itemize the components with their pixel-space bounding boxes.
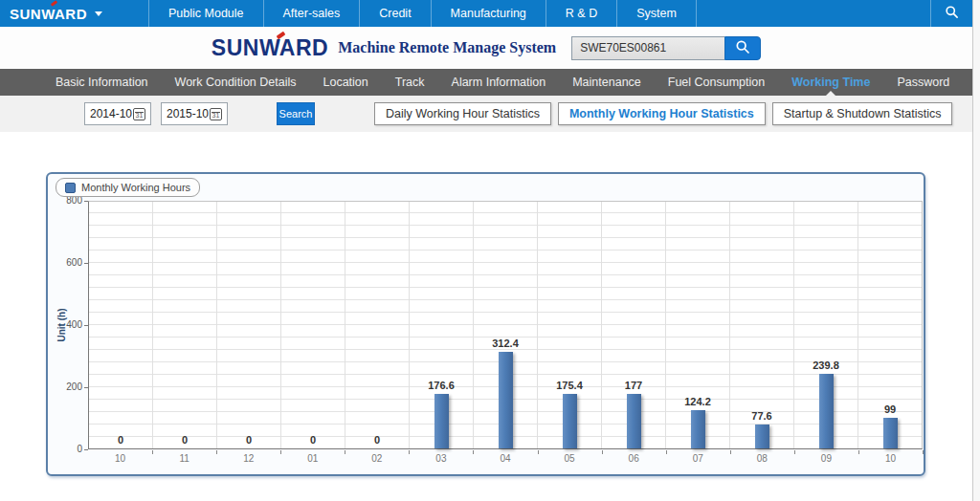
tab-password[interactable]: Password bbox=[883, 69, 963, 96]
legend-swatch bbox=[65, 183, 76, 193]
x-tick-label: 04 bbox=[473, 453, 537, 464]
bar-column-2: 0 bbox=[153, 202, 217, 448]
bar-value-label: 0 bbox=[281, 434, 345, 446]
nav-item-after-sales[interactable]: After-sales bbox=[263, 0, 360, 27]
y-tick-label: 0 bbox=[50, 444, 82, 454]
bar-column-8: 175.4 bbox=[538, 202, 602, 448]
filter-toolbar: 2014-10 2015-10 Search Daily Working Hou… bbox=[0, 96, 972, 132]
bar bbox=[499, 352, 513, 449]
machine-search-group bbox=[571, 36, 761, 60]
bar-column-5: 0 bbox=[345, 202, 410, 448]
x-tick-label: 07 bbox=[666, 453, 730, 464]
nav-item-system[interactable]: System bbox=[616, 0, 697, 27]
tab-location[interactable]: Location bbox=[309, 69, 381, 96]
machine-search-input[interactable] bbox=[571, 36, 724, 60]
nav-item-r-d[interactable]: R & D bbox=[546, 0, 616, 27]
header-search-button[interactable] bbox=[724, 36, 761, 60]
brand-logo[interactable]: SUNWARD bbox=[0, 0, 112, 27]
x-tick-label: 06 bbox=[602, 453, 666, 464]
bar-column-6: 176.6 bbox=[410, 202, 474, 448]
bar-value-label: 239.8 bbox=[794, 359, 858, 371]
x-tick-label: 03 bbox=[409, 453, 473, 464]
app-title: Machine Remote Manage System bbox=[338, 39, 556, 56]
bar-column-3: 0 bbox=[217, 202, 281, 448]
x-tick-label: 10 bbox=[858, 453, 923, 464]
y-tick-label: 200 bbox=[50, 381, 82, 392]
tab-track[interactable]: Track bbox=[382, 69, 438, 96]
tab-alarm-information[interactable]: Alarm Information bbox=[438, 69, 560, 96]
calendar-icon[interactable] bbox=[210, 108, 222, 120]
page: SUNWARD Public ModuleAfter-salesCreditMa… bbox=[0, 0, 980, 501]
bar-value-label: 0 bbox=[89, 434, 152, 446]
startup-shutdown-statistics-button[interactable]: Startup & Shutdown Statistics bbox=[772, 102, 953, 125]
x-tick-label: 12 bbox=[216, 453, 280, 464]
bar-column-4: 0 bbox=[281, 202, 345, 448]
bar-column-10: 124.2 bbox=[666, 202, 730, 448]
nav-item-credit[interactable]: Credit bbox=[359, 0, 430, 27]
bar-column-12: 239.8 bbox=[794, 202, 858, 448]
search-icon bbox=[945, 5, 959, 23]
calendar-icon[interactable] bbox=[133, 108, 145, 120]
top-navbar: SUNWARD Public ModuleAfter-salesCreditMa… bbox=[0, 0, 972, 27]
search-button[interactable]: Search bbox=[277, 102, 315, 125]
daily-working-hour-statistics-button[interactable]: Daily Working Hour Statistics bbox=[374, 102, 551, 125]
y-tick-label: 600 bbox=[50, 257, 82, 268]
header-brand-text: SUNWARD bbox=[212, 35, 328, 60]
x-tick-label: 01 bbox=[280, 453, 345, 464]
tab-working-time[interactable]: Working Time bbox=[778, 69, 883, 96]
date-from-value: 2014-10 bbox=[90, 107, 132, 120]
tab-work-condition-details[interactable]: Work Condition Details bbox=[162, 69, 310, 96]
nav-item-manufacturing[interactable]: Manufacturing bbox=[431, 0, 546, 27]
y-tick-mark bbox=[84, 449, 88, 450]
date-from-input[interactable]: 2014-10 bbox=[84, 102, 151, 125]
brand-logo-text: SUNWARD bbox=[10, 6, 87, 22]
bar bbox=[691, 410, 705, 448]
bar-value-label: 175.4 bbox=[538, 380, 601, 391]
plot-area: 00000176.6312.4175.4177124.277.6239.899 bbox=[88, 201, 923, 449]
bar bbox=[563, 394, 577, 448]
bar-value-label: 124.2 bbox=[666, 396, 729, 407]
date-to-value: 2015-10 bbox=[167, 107, 209, 120]
x-axis-labels: 10111201020304050607080910 bbox=[88, 453, 923, 464]
statistics-button-group: Daily Working Hour StatisticsMonthly Wor… bbox=[374, 102, 952, 125]
nav-item-public-module[interactable]: Public Module bbox=[148, 0, 263, 27]
nav-search-button[interactable] bbox=[930, 0, 972, 27]
bar-value-label: 176.6 bbox=[410, 380, 473, 391]
x-tick-label: 05 bbox=[538, 453, 602, 464]
x-tick-label: 11 bbox=[152, 453, 216, 464]
bar-column-13: 99 bbox=[858, 202, 922, 448]
x-tick-label: 02 bbox=[345, 453, 409, 464]
bar bbox=[883, 418, 898, 448]
top-nav-menu: Public ModuleAfter-salesCreditManufactur… bbox=[148, 0, 697, 27]
bar-value-label: 312.4 bbox=[474, 338, 537, 349]
header-brand-logo: SUNWARD bbox=[212, 35, 328, 61]
vertical-scrollbar[interactable] bbox=[972, 0, 980, 501]
date-to-input[interactable]: 2015-10 bbox=[161, 102, 228, 125]
monthly-working-hour-statistics-button[interactable]: Monthly Working Hour Statistics bbox=[558, 102, 766, 125]
x-tick-label: 09 bbox=[794, 453, 858, 464]
bar-column-9: 177 bbox=[602, 202, 666, 448]
bar bbox=[434, 394, 449, 448]
legend-label: Monthly Working Hours bbox=[81, 182, 190, 193]
bar bbox=[755, 425, 769, 448]
tab-maintenance[interactable]: Maintenance bbox=[559, 69, 655, 96]
bar-value-label: 77.6 bbox=[730, 410, 793, 422]
bar-value-label: 177 bbox=[602, 380, 665, 391]
x-tick-label: 08 bbox=[730, 453, 794, 464]
module-tab-bar: Basic InformationWork Condition DetailsL… bbox=[0, 69, 972, 96]
bar bbox=[627, 394, 641, 449]
chart-panel: Monthly Working Hours Unit (h) 020040060… bbox=[46, 172, 925, 476]
chevron-down-icon bbox=[95, 11, 102, 16]
chart-legend: Monthly Working Hours bbox=[56, 178, 200, 197]
tab-basic-information[interactable]: Basic Information bbox=[42, 69, 162, 96]
bar-value-label: 0 bbox=[153, 434, 216, 446]
y-tick-label: 400 bbox=[50, 319, 82, 330]
bar-column-1: 0 bbox=[89, 202, 153, 448]
bar-column-7: 312.4 bbox=[474, 202, 538, 448]
bar-value-label: 0 bbox=[345, 434, 409, 446]
app-header: SUNWARD Machine Remote Manage System bbox=[0, 27, 972, 69]
tab-fuel-consumption[interactable]: Fuel Consumption bbox=[655, 69, 778, 96]
bar bbox=[819, 374, 834, 448]
x-tick-label: 10 bbox=[88, 453, 152, 464]
bar-value-label: 0 bbox=[217, 434, 280, 446]
